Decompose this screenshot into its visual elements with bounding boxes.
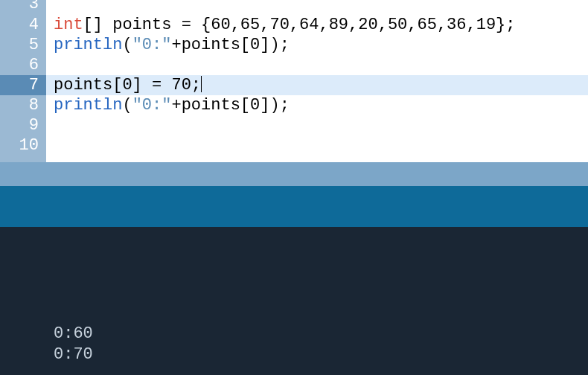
line-number-gutter: 345678910	[0, 0, 46, 162]
code-token: (	[122, 36, 132, 54]
code-token: "0:"	[132, 96, 172, 115]
line-number: 7	[0, 75, 46, 95]
code-token: println	[54, 96, 122, 115]
separator-bar-light	[0, 162, 588, 186]
code-line[interactable]	[46, 135, 588, 156]
console-line: 0:70	[54, 344, 588, 365]
code-token: +points[0]);	[171, 96, 289, 115]
line-number: 3	[0, 0, 46, 15]
code-token: int	[54, 16, 83, 34]
code-line[interactable]: int[] points = {60,65,70,64,89,20,50,65,…	[46, 15, 588, 35]
console-output: 0:600:70	[0, 227, 588, 375]
code-line[interactable]: println("0:"+points[0]);	[46, 35, 588, 55]
code-token: (	[122, 96, 132, 115]
code-token: println	[54, 36, 122, 54]
line-number: 10	[0, 135, 46, 156]
code-line[interactable]	[46, 55, 588, 75]
code-token: points[0] = 70;	[54, 76, 201, 94]
line-number: 8	[0, 95, 46, 115]
code-token: "0:"	[132, 36, 172, 54]
separator-bar-dark	[0, 186, 588, 227]
text-cursor	[201, 76, 202, 92]
code-token: +points[0]);	[171, 36, 289, 54]
code-line[interactable]: println("0:"+points[0]);	[46, 95, 588, 115]
line-number: 5	[0, 35, 46, 55]
line-number: 4	[0, 15, 46, 35]
code-token: [] points = {60,65,70,64,89,20,50,65,36,…	[83, 16, 516, 34]
code-text-area[interactable]: int[] points = {60,65,70,64,89,20,50,65,…	[46, 0, 588, 162]
code-line[interactable]: points[0] = 70;	[46, 75, 588, 95]
code-line[interactable]	[46, 115, 588, 135]
line-number: 9	[0, 115, 46, 135]
line-number: 6	[0, 55, 46, 75]
code-line[interactable]	[46, 0, 588, 15]
code-editor[interactable]: 345678910 int[] points = {60,65,70,64,89…	[0, 0, 588, 162]
console-line: 0:60	[54, 324, 588, 344]
